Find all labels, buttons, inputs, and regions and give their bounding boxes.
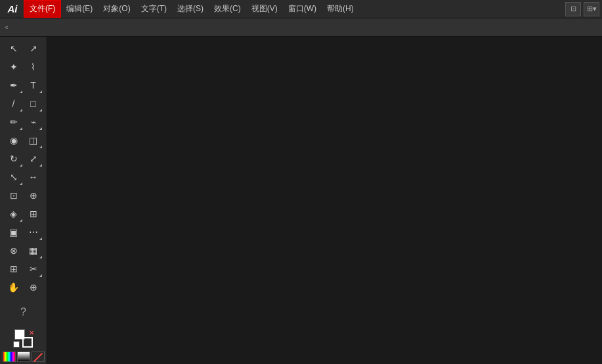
tool-row: ✒T bbox=[0, 76, 47, 94]
color-mode-buttons bbox=[3, 352, 45, 362]
menu-right: ⊡ ⊞▾ bbox=[565, 2, 599, 16]
menu-item-window[interactable]: 窗口(W) bbox=[283, 1, 322, 17]
free-transform-tool[interactable]: ⊡ bbox=[4, 186, 24, 205]
direct-select-tool[interactable]: ↗ bbox=[24, 39, 43, 58]
tool-panel: ↖↗✦⌇✒T/□✏⌁◉◫↻⤢⤡↔⊡⊕◈⊞▣⋯⊗▦⊞✂✋⊕ ? ✕ bbox=[0, 37, 47, 364]
eraser-tool[interactable]: ◫ bbox=[24, 131, 43, 150]
menu-item-object[interactable]: 对象(O) bbox=[98, 1, 135, 17]
rotate-tool[interactable]: ↻ bbox=[4, 150, 24, 168]
menu-item-view[interactable]: 视图(V) bbox=[246, 1, 283, 17]
menu-item-type[interactable]: 文字(T) bbox=[136, 1, 172, 17]
control-bar: « bbox=[0, 18, 602, 37]
tool-rows: ↖↗✦⌇✒T/□✏⌁◉◫↻⤢⤡↔⊡⊕◈⊞▣⋯⊗▦⊞✂✋⊕ bbox=[0, 39, 47, 296]
menu-item-file[interactable]: 文件(F) bbox=[24, 0, 61, 18]
hand-tool[interactable]: ✋ bbox=[4, 278, 24, 296]
pencil-tool[interactable]: ✏ bbox=[4, 113, 24, 131]
tool-row: ↖↗ bbox=[0, 39, 47, 58]
lasso-tool[interactable]: ⌇ bbox=[24, 58, 43, 76]
rect-tool[interactable]: □ bbox=[24, 94, 43, 113]
tool-row: ↻⤢ bbox=[0, 150, 47, 168]
document-settings-icon[interactable]: ⊡ bbox=[565, 2, 581, 16]
select-tool[interactable]: ↖ bbox=[4, 39, 24, 58]
workspace-icon[interactable]: ⊞▾ bbox=[584, 2, 599, 16]
scale-tool[interactable]: ⤢ bbox=[24, 150, 43, 168]
perspective-tool[interactable]: ◈ bbox=[4, 205, 24, 223]
tool-row: /□ bbox=[0, 94, 47, 113]
blob-brush-tool[interactable]: ◉ bbox=[4, 131, 24, 150]
gradient-tool[interactable]: ▣ bbox=[4, 223, 24, 241]
default-colors[interactable] bbox=[13, 341, 20, 348]
gradient-mode-btn[interactable] bbox=[17, 352, 30, 362]
question-tool[interactable]: ? bbox=[14, 303, 33, 321]
tool-row: ⤡↔ bbox=[0, 168, 47, 186]
menu-item-effect[interactable]: 效果(C) bbox=[209, 1, 246, 17]
canvas-area[interactable] bbox=[47, 37, 602, 364]
tool-row: ⊡⊕ bbox=[0, 186, 47, 205]
menu-item-select[interactable]: 选择(S) bbox=[172, 1, 209, 17]
stroke-swatch[interactable] bbox=[22, 337, 33, 348]
tool-row: ▣⋯ bbox=[0, 223, 47, 241]
artboard-tool[interactable]: ⊞ bbox=[4, 260, 24, 278]
panel-collapse-arrow[interactable]: « bbox=[4, 24, 9, 31]
none-color[interactable]: ✕ bbox=[29, 329, 34, 336]
main-area: ↖↗✦⌇✒T/□✏⌁◉◫↻⤢⤡↔⊡⊕◈⊞▣⋯⊗▦⊞✂✋⊕ ? ✕ bbox=[0, 37, 602, 364]
color-mode-btn[interactable] bbox=[3, 352, 16, 362]
app-logo: Ai bbox=[3, 3, 22, 14]
tool-row: ✦⌇ bbox=[0, 58, 47, 76]
tool-row: ◈⊞ bbox=[0, 205, 47, 223]
shape-builder-tool[interactable]: ⊕ bbox=[24, 186, 43, 205]
width-tool[interactable]: ↔ bbox=[24, 168, 43, 186]
menu-bar: Ai 文件(F)编辑(E)对象(O)文字(T)选择(S)效果(C)视图(V)窗口… bbox=[0, 0, 602, 18]
line-tool[interactable]: / bbox=[4, 94, 24, 113]
tool-row: ⊞✂ bbox=[0, 260, 47, 278]
brush-tool[interactable]: ⌁ bbox=[24, 113, 43, 131]
mesh-tool[interactable]: ⊞ bbox=[24, 205, 43, 223]
type-tool[interactable]: T bbox=[24, 76, 43, 94]
eyedropper-tool[interactable]: ⋯ bbox=[24, 223, 43, 241]
warp-tool[interactable]: ⤡ bbox=[4, 168, 24, 186]
none-mode-btn[interactable] bbox=[32, 352, 45, 362]
menu-item-edit[interactable]: 编辑(E) bbox=[61, 1, 98, 17]
tool-row: ◉◫ bbox=[0, 131, 47, 150]
tool-row: ✏⌁ bbox=[0, 113, 47, 131]
pen-tool[interactable]: ✒ bbox=[4, 76, 24, 94]
zoom-tool[interactable]: ⊕ bbox=[24, 278, 43, 296]
color-swatches: ✕ bbox=[13, 329, 34, 348]
tool-row: ⊗▦ bbox=[0, 241, 47, 260]
blend-tool[interactable]: ⊗ bbox=[4, 241, 24, 260]
menu-items: 文件(F)编辑(E)对象(O)文字(T)选择(S)效果(C)视图(V)窗口(W)… bbox=[24, 0, 359, 18]
magic-wand-tool[interactable]: ✦ bbox=[4, 58, 24, 76]
menu-item-help[interactable]: 帮助(H) bbox=[322, 1, 359, 17]
chart-tool[interactable]: ▦ bbox=[24, 241, 43, 260]
slice-tool[interactable]: ✂ bbox=[24, 260, 43, 278]
tool-row: ✋⊕ bbox=[0, 278, 47, 296]
